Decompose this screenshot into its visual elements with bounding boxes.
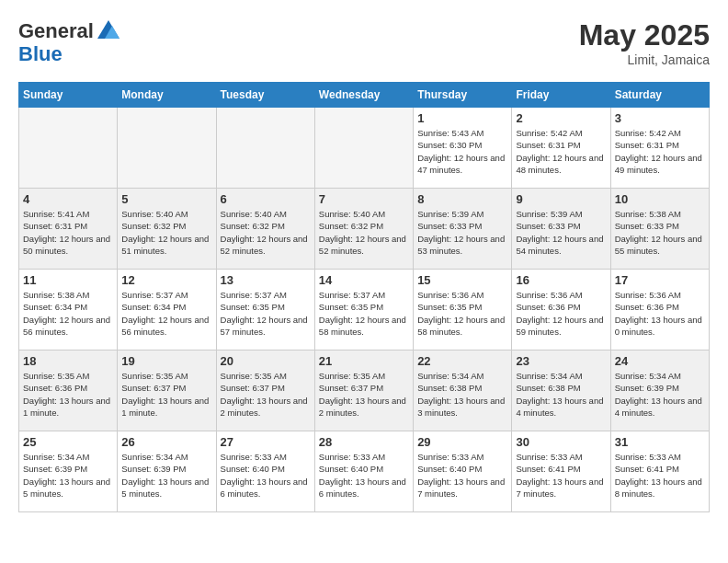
day-number: 4 xyxy=(23,192,113,206)
day-info: Sunrise: 5:34 AM Sunset: 6:38 PM Dayligh… xyxy=(516,370,606,419)
day-number: 11 xyxy=(23,273,113,287)
day-number: 18 xyxy=(23,354,113,368)
logo-icon xyxy=(96,18,121,44)
logo-general-text: General xyxy=(18,21,94,41)
header-cell-friday: Friday xyxy=(512,83,610,108)
day-number: 15 xyxy=(417,273,507,287)
day-cell: 28Sunrise: 5:33 AM Sunset: 6:40 PM Dayli… xyxy=(314,431,413,512)
day-number: 28 xyxy=(319,435,409,449)
header-row: SundayMondayTuesdayWednesdayThursdayFrid… xyxy=(19,83,710,108)
day-info: Sunrise: 5:40 AM Sunset: 6:32 PM Dayligh… xyxy=(121,208,211,257)
day-info: Sunrise: 5:34 AM Sunset: 6:39 PM Dayligh… xyxy=(615,370,705,419)
day-cell: 2Sunrise: 5:42 AM Sunset: 6:31 PM Daylig… xyxy=(512,108,610,189)
day-number: 6 xyxy=(221,192,311,206)
day-cell: 8Sunrise: 5:39 AM Sunset: 6:33 PM Daylig… xyxy=(414,189,512,270)
day-info: Sunrise: 5:41 AM Sunset: 6:31 PM Dayligh… xyxy=(23,208,113,257)
day-cell: 11Sunrise: 5:38 AM Sunset: 6:34 PM Dayli… xyxy=(19,270,118,350)
day-cell: 7Sunrise: 5:40 AM Sunset: 6:32 PM Daylig… xyxy=(314,189,413,270)
day-info: Sunrise: 5:35 AM Sunset: 6:37 PM Dayligh… xyxy=(319,370,409,419)
day-number: 2 xyxy=(516,111,606,125)
day-cell: 27Sunrise: 5:33 AM Sunset: 6:40 PM Dayli… xyxy=(216,431,314,512)
day-info: Sunrise: 5:37 AM Sunset: 6:35 PM Dayligh… xyxy=(221,289,311,338)
day-cell: 30Sunrise: 5:33 AM Sunset: 6:41 PM Dayli… xyxy=(512,431,610,512)
day-info: Sunrise: 5:33 AM Sunset: 6:40 PM Dayligh… xyxy=(417,451,507,500)
day-cell: 15Sunrise: 5:36 AM Sunset: 6:35 PM Dayli… xyxy=(414,270,512,350)
day-number: 22 xyxy=(417,354,507,368)
day-info: Sunrise: 5:37 AM Sunset: 6:34 PM Dayligh… xyxy=(121,289,211,338)
day-number: 24 xyxy=(615,354,705,368)
day-cell: 26Sunrise: 5:34 AM Sunset: 6:39 PM Dayli… xyxy=(118,431,216,512)
header-cell-thursday: Thursday xyxy=(414,83,512,108)
day-info: Sunrise: 5:40 AM Sunset: 6:32 PM Dayligh… xyxy=(221,208,311,257)
day-number: 10 xyxy=(615,192,705,206)
header-cell-sunday: Sunday xyxy=(19,83,118,108)
day-cell: 3Sunrise: 5:42 AM Sunset: 6:31 PM Daylig… xyxy=(610,108,709,189)
day-cell: 24Sunrise: 5:34 AM Sunset: 6:39 PM Dayli… xyxy=(610,350,709,431)
month-year-title: May 2025 xyxy=(579,18,710,52)
week-row-3: 11Sunrise: 5:38 AM Sunset: 6:34 PM Dayli… xyxy=(19,270,710,350)
day-cell: 22Sunrise: 5:34 AM Sunset: 6:38 PM Dayli… xyxy=(414,350,512,431)
day-info: Sunrise: 5:36 AM Sunset: 6:36 PM Dayligh… xyxy=(615,289,705,338)
day-cell: 14Sunrise: 5:37 AM Sunset: 6:35 PM Dayli… xyxy=(314,270,413,350)
day-cell: 23Sunrise: 5:34 AM Sunset: 6:38 PM Dayli… xyxy=(512,350,610,431)
day-info: Sunrise: 5:39 AM Sunset: 6:33 PM Dayligh… xyxy=(417,208,507,257)
day-cell: 10Sunrise: 5:38 AM Sunset: 6:33 PM Dayli… xyxy=(610,189,709,270)
day-info: Sunrise: 5:42 AM Sunset: 6:31 PM Dayligh… xyxy=(615,127,705,176)
day-info: Sunrise: 5:34 AM Sunset: 6:39 PM Dayligh… xyxy=(23,451,113,500)
day-cell: 13Sunrise: 5:37 AM Sunset: 6:35 PM Dayli… xyxy=(216,270,314,350)
day-cell: 1Sunrise: 5:43 AM Sunset: 6:30 PM Daylig… xyxy=(414,108,512,189)
day-info: Sunrise: 5:42 AM Sunset: 6:31 PM Dayligh… xyxy=(516,127,606,176)
day-info: Sunrise: 5:39 AM Sunset: 6:33 PM Dayligh… xyxy=(516,208,606,257)
day-info: Sunrise: 5:35 AM Sunset: 6:37 PM Dayligh… xyxy=(121,370,211,419)
day-cell xyxy=(314,108,413,189)
day-info: Sunrise: 5:37 AM Sunset: 6:35 PM Dayligh… xyxy=(319,289,409,338)
day-number: 13 xyxy=(221,273,311,287)
day-number: 23 xyxy=(516,354,606,368)
day-number: 19 xyxy=(121,354,211,368)
week-row-5: 25Sunrise: 5:34 AM Sunset: 6:39 PM Dayli… xyxy=(19,431,710,512)
day-cell xyxy=(118,108,216,189)
day-cell xyxy=(19,108,118,189)
week-row-1: 1Sunrise: 5:43 AM Sunset: 6:30 PM Daylig… xyxy=(19,108,710,189)
day-number: 29 xyxy=(417,435,507,449)
day-info: Sunrise: 5:40 AM Sunset: 6:32 PM Dayligh… xyxy=(319,208,409,257)
header-cell-wednesday: Wednesday xyxy=(314,83,413,108)
day-info: Sunrise: 5:33 AM Sunset: 6:40 PM Dayligh… xyxy=(221,451,311,500)
day-info: Sunrise: 5:35 AM Sunset: 6:36 PM Dayligh… xyxy=(23,370,113,419)
day-number: 20 xyxy=(221,354,311,368)
logo: General Blue xyxy=(18,18,121,64)
day-number: 30 xyxy=(516,435,606,449)
day-number: 16 xyxy=(516,273,606,287)
title-block: May 2025 Limit, Jamaica xyxy=(579,18,710,67)
day-info: Sunrise: 5:33 AM Sunset: 6:41 PM Dayligh… xyxy=(516,451,606,500)
day-cell: 5Sunrise: 5:40 AM Sunset: 6:32 PM Daylig… xyxy=(118,189,216,270)
day-number: 21 xyxy=(319,354,409,368)
day-info: Sunrise: 5:35 AM Sunset: 6:37 PM Dayligh… xyxy=(221,370,311,419)
day-info: Sunrise: 5:38 AM Sunset: 6:34 PM Dayligh… xyxy=(23,289,113,338)
day-cell: 31Sunrise: 5:33 AM Sunset: 6:41 PM Dayli… xyxy=(610,431,709,512)
logo-blue-text: Blue xyxy=(18,42,63,65)
day-number: 8 xyxy=(417,192,507,206)
day-info: Sunrise: 5:38 AM Sunset: 6:33 PM Dayligh… xyxy=(615,208,705,257)
day-info: Sunrise: 5:33 AM Sunset: 6:40 PM Dayligh… xyxy=(319,451,409,500)
day-number: 7 xyxy=(319,192,409,206)
day-cell: 12Sunrise: 5:37 AM Sunset: 6:34 PM Dayli… xyxy=(118,270,216,350)
day-cell: 29Sunrise: 5:33 AM Sunset: 6:40 PM Dayli… xyxy=(414,431,512,512)
day-number: 14 xyxy=(319,273,409,287)
day-number: 27 xyxy=(221,435,311,449)
page-header: General Blue May 2025 Limit, Jamaica xyxy=(18,18,710,67)
day-cell: 6Sunrise: 5:40 AM Sunset: 6:32 PM Daylig… xyxy=(216,189,314,270)
day-number: 9 xyxy=(516,192,606,206)
week-row-2: 4Sunrise: 5:41 AM Sunset: 6:31 PM Daylig… xyxy=(19,189,710,270)
day-number: 5 xyxy=(121,192,211,206)
day-number: 26 xyxy=(121,435,211,449)
day-info: Sunrise: 5:34 AM Sunset: 6:39 PM Dayligh… xyxy=(121,451,211,500)
day-cell: 25Sunrise: 5:34 AM Sunset: 6:39 PM Dayli… xyxy=(19,431,118,512)
day-info: Sunrise: 5:33 AM Sunset: 6:41 PM Dayligh… xyxy=(615,451,705,500)
day-cell: 18Sunrise: 5:35 AM Sunset: 6:36 PM Dayli… xyxy=(19,350,118,431)
day-number: 1 xyxy=(417,111,507,125)
day-cell: 21Sunrise: 5:35 AM Sunset: 6:37 PM Dayli… xyxy=(314,350,413,431)
day-cell xyxy=(216,108,314,189)
day-cell: 17Sunrise: 5:36 AM Sunset: 6:36 PM Dayli… xyxy=(610,270,709,350)
day-number: 25 xyxy=(23,435,113,449)
